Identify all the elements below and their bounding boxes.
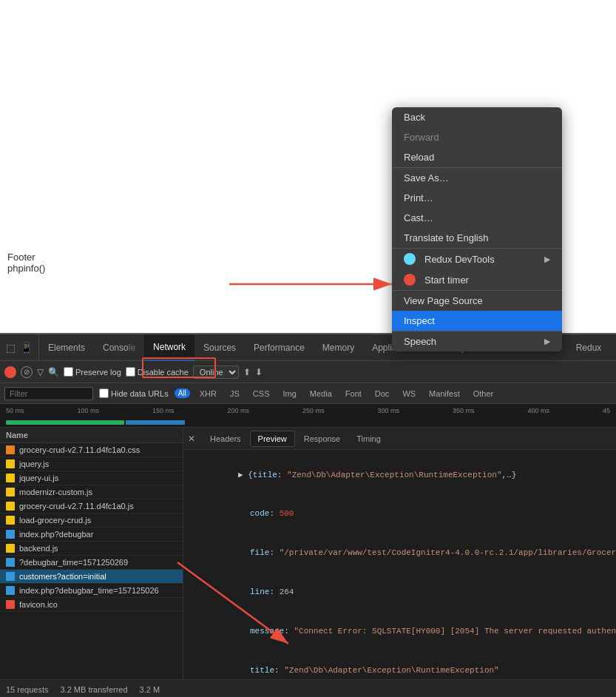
context-menu-print[interactable]: Print… — [392, 188, 562, 208]
filter-font[interactable]: Font — [342, 388, 365, 400]
request-count: 15 requests — [6, 685, 48, 694]
disable-cache-checkbox[interactable]: Disable cache — [126, 367, 189, 377]
file-item[interactable]: grocery-crud-v2.7.11.d4fc1a0.css — [0, 443, 183, 457]
filter-icon[interactable]: ▽ — [37, 367, 44, 377]
timeline-200ms: 200 ms — [227, 407, 249, 414]
preview-tabs: ✕ Headers Preview Response Timing — [183, 428, 616, 450]
file-name: grocery-crud-v2.7.11.d4fc1a0.js — [19, 502, 177, 511]
file-icon — [6, 474, 15, 482]
search-icon[interactable]: 🔍 — [48, 367, 59, 377]
timeline-450ms: 45 — [603, 407, 610, 414]
tab-sources[interactable]: Sources — [194, 334, 245, 361]
file-item-selected[interactable]: customers?action=initial — [0, 570, 183, 584]
file-item[interactable]: favicon.ico — [0, 598, 183, 612]
disable-cache-input[interactable] — [126, 367, 135, 377]
file-name: ?debugbar_time=1571250269 — [19, 558, 177, 567]
file-item[interactable]: backend.js — [0, 542, 183, 556]
tab-elements[interactable]: Elements — [39, 334, 94, 361]
file-name-selected: customers?action=initial — [19, 572, 177, 581]
file-list-header: Name — [0, 428, 183, 443]
timeline-green-bar — [6, 420, 124, 425]
file-icon — [6, 459, 15, 468]
file-icon — [6, 586, 15, 595]
record-button[interactable] — [4, 366, 16, 378]
file-item[interactable]: jquery-ui.js — [0, 471, 183, 485]
timer-icon — [404, 274, 416, 286]
device-icon[interactable]: 📱 — [20, 342, 33, 354]
filter-img[interactable]: Img — [279, 388, 299, 400]
context-menu-forward[interactable]: Forward — [392, 127, 562, 147]
context-menu-redux[interactable]: Redux DevTools ▶ — [392, 249, 562, 269]
close-preview-button[interactable]: ✕ — [188, 434, 195, 444]
filter-xhr[interactable]: XHR — [196, 388, 220, 400]
file-name: index.php?debugbar_time=157125026 — [19, 586, 177, 595]
file-item[interactable]: index.php?debugbar — [0, 528, 183, 542]
footer-text: Footer phpinfo() — [7, 252, 45, 274]
file-name: favicon.ico — [19, 600, 177, 609]
upload-icon: ⬆ — [243, 367, 251, 377]
filter-other[interactable]: Other — [470, 388, 498, 400]
filter-input[interactable] — [4, 387, 93, 400]
tab-response[interactable]: Response — [297, 431, 348, 446]
filter-manifest[interactable]: Manifest — [425, 388, 464, 400]
file-item[interactable]: jquery.js — [0, 457, 183, 471]
throttle-select[interactable]: Online — [193, 366, 239, 379]
context-menu-view-source[interactable]: View Page Source — [392, 291, 562, 311]
filter-doc[interactable]: Doc — [371, 388, 393, 400]
context-menu-save-as[interactable]: Save As… — [392, 168, 562, 188]
timeline-350ms: 350 ms — [453, 407, 475, 414]
file-icon — [6, 558, 15, 567]
tab-redux[interactable]: Redux — [567, 334, 611, 361]
context-menu-translate[interactable]: Translate to English — [392, 228, 562, 248]
context-menu-cast[interactable]: Cast… — [392, 208, 562, 228]
file-icon — [6, 502, 15, 511]
timeline-300ms: 300 ms — [377, 407, 399, 414]
json-title-line: title: "Zend\Db\Adapter\Exception\Runtim… — [189, 651, 610, 679]
arrow-icon: ▶ — [544, 337, 550, 346]
filter-css[interactable]: CSS — [249, 388, 274, 400]
file-item[interactable]: ?debugbar_time=1571250269 — [0, 556, 183, 570]
tab-headers[interactable]: Headers — [203, 431, 248, 446]
arrow-icon: ▶ — [544, 255, 550, 264]
context-menu-timer[interactable]: Start timer — [392, 269, 562, 290]
devtools-panel: ⬚ 📱 Elements Console Network Sources Per… — [0, 333, 616, 697]
context-menu-reload[interactable]: Reload — [392, 147, 562, 167]
json-line-line: line: 264 — [189, 573, 610, 612]
file-icon — [6, 488, 15, 496]
tab-console[interactable]: Console — [94, 334, 144, 361]
context-menu: Back Forward Reload Save As… Print… Cast… — [392, 107, 562, 351]
file-name: jquery.js — [19, 459, 177, 468]
filter-media[interactable]: Media — [306, 388, 336, 400]
all-filter-badge[interactable]: All — [175, 388, 190, 398]
tab-memory[interactable]: Memory — [314, 334, 363, 361]
file-item[interactable]: grocery-crud-v2.7.11.d4fc1a0.js — [0, 499, 183, 514]
transfer-size: 3.2 MB transferred — [60, 685, 127, 694]
tab-preview[interactable]: Preview — [250, 431, 295, 447]
timeline-100ms: 100 ms — [77, 407, 99, 414]
file-name: modernizr-custom.js — [19, 488, 177, 496]
cursor-icon[interactable]: ⬚ — [6, 342, 16, 354]
file-name: load-grocery-crud.js — [19, 516, 177, 525]
file-item[interactable]: load-grocery-crud.js — [0, 514, 183, 528]
hide-data-urls-checkbox[interactable]: Hide data URLs — [99, 388, 169, 398]
file-item[interactable]: modernizr-custom.js — [0, 485, 183, 499]
preserve-log-checkbox[interactable]: Preserve log — [64, 367, 121, 377]
filter-js[interactable]: JS — [226, 388, 243, 400]
timeline-250ms: 250 ms — [302, 407, 325, 414]
context-menu-back[interactable]: Back — [392, 107, 562, 127]
clear-button[interactable]: ⊘ — [21, 366, 33, 378]
filter-ws[interactable]: WS — [399, 388, 419, 400]
context-menu-inspect[interactable]: Inspect — [392, 311, 562, 331]
tab-timing[interactable]: Timing — [349, 431, 388, 446]
tab-performance[interactable]: Performance — [245, 334, 314, 361]
preserve-log-input[interactable] — [64, 367, 73, 377]
hide-data-urls-input[interactable] — [99, 388, 109, 398]
file-name: backend.js — [19, 544, 177, 553]
json-message-line: message: "Connect Error: SQLSTATE[HY000]… — [189, 612, 610, 651]
tab-network[interactable]: Network — [144, 334, 194, 361]
file-name: grocery-crud-v2.7.11.d4fc1a0.css — [19, 445, 177, 454]
timeline-labels: 50 ms 100 ms 150 ms 200 ms 250 ms 300 ms… — [0, 407, 616, 414]
file-item[interactable]: index.php?debugbar_time=157125026 — [0, 584, 183, 598]
context-menu-speech[interactable]: Speech ▶ — [392, 331, 562, 351]
preview-panel: ✕ Headers Preview Response Timing ▶ {tit… — [183, 428, 616, 679]
